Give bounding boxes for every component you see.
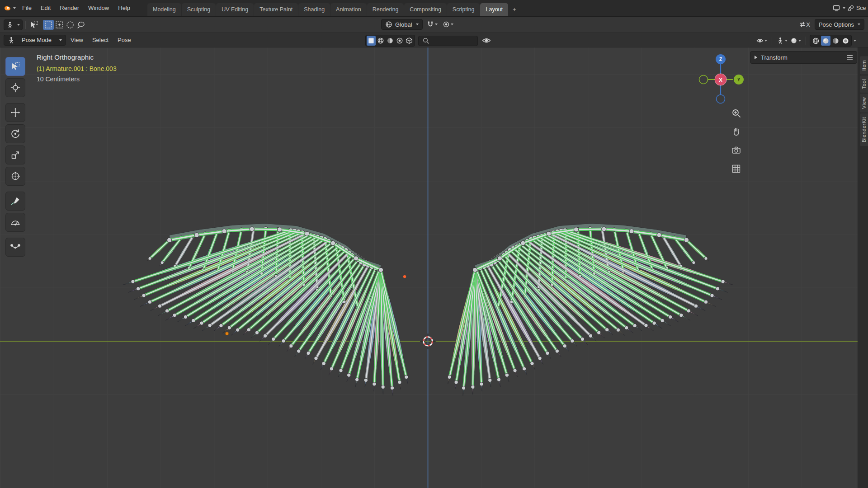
side-tab-item[interactable]: Item bbox=[860, 56, 868, 75]
menu-edit[interactable]: Edit bbox=[36, 0, 55, 16]
menu-file[interactable]: File bbox=[18, 0, 36, 16]
workspace-tab-scripting[interactable]: Scripting bbox=[447, 3, 480, 16]
menu-window[interactable]: Window bbox=[84, 0, 113, 16]
zoom-icon[interactable] bbox=[731, 108, 741, 118]
side-tab-blenderkit[interactable]: BlenderKit bbox=[860, 113, 868, 146]
toolbar bbox=[5, 57, 25, 259]
viewport-menu-select[interactable]: Select bbox=[88, 33, 113, 47]
active-tool-icon[interactable] bbox=[28, 19, 39, 31]
workspace-tab-compositing[interactable]: Compositing bbox=[404, 3, 446, 16]
workspace-tab-animation[interactable]: Animation bbox=[330, 3, 367, 16]
search-box[interactable] bbox=[418, 36, 478, 46]
tool-transform[interactable] bbox=[5, 167, 25, 186]
select-mode-circle-button[interactable] bbox=[65, 20, 75, 30]
sphere-dot-icon[interactable] bbox=[395, 36, 404, 46]
workspace-tab-rendering[interactable]: Rendering bbox=[367, 3, 404, 16]
viewport-menus: ViewSelectPose bbox=[66, 33, 136, 47]
side-tab-view[interactable]: View bbox=[860, 94, 868, 113]
filter-square-icon[interactable] bbox=[367, 36, 376, 46]
separator bbox=[772, 37, 772, 45]
hamburger-icon[interactable] bbox=[847, 55, 853, 60]
editor-type-selector[interactable] bbox=[4, 19, 23, 30]
chevron-down-icon bbox=[13, 7, 16, 9]
workspace-tab-layout[interactable]: Layout bbox=[480, 3, 508, 16]
pose-options-label: Pose Options bbox=[819, 21, 854, 28]
select-mode-tweak-button[interactable] bbox=[43, 20, 54, 30]
side-tab-tool[interactable]: Tool bbox=[860, 75, 868, 93]
chevron-down-icon bbox=[843, 7, 845, 9]
hand-icon[interactable] bbox=[731, 126, 741, 137]
shading-rendered-button[interactable] bbox=[841, 36, 850, 46]
blender-window: FileEditRenderWindowHelp ModelingSculpti… bbox=[0, 0, 868, 488]
eye-icon[interactable] bbox=[481, 36, 492, 46]
mode-dropdown[interactable]: Pose Mode bbox=[4, 35, 66, 46]
tool-move[interactable] bbox=[5, 103, 25, 122]
sphere-solid-icon bbox=[790, 37, 797, 44]
add-workspace-button[interactable]: + bbox=[509, 3, 520, 16]
sidebar-tabs: ItemToolViewBlenderKit bbox=[860, 56, 868, 149]
tool-tweak-select[interactable] bbox=[5, 57, 25, 76]
main-menu-bar: FileEditRenderWindowHelp bbox=[18, 0, 135, 16]
workspace-tab-modeling[interactable]: Modeling bbox=[147, 3, 181, 16]
tool-scale[interactable] bbox=[5, 145, 25, 164]
gizmo-visibility-dropdown[interactable] bbox=[755, 36, 768, 46]
sphere-half-icon[interactable] bbox=[386, 36, 395, 46]
proportional-circle-icon bbox=[443, 21, 450, 28]
menu-render[interactable]: Render bbox=[55, 0, 84, 16]
search-icon bbox=[422, 37, 429, 44]
gizmo-axis-label: Y bbox=[737, 77, 741, 82]
sphere-wire-icon[interactable] bbox=[376, 36, 385, 46]
viewport-menu-view[interactable]: View bbox=[66, 33, 88, 47]
tool-rotate[interactable] bbox=[5, 124, 25, 143]
viewport-header-right bbox=[755, 35, 856, 47]
snapping-dropdown[interactable] bbox=[426, 19, 439, 29]
display-icon[interactable] bbox=[833, 5, 840, 12]
orientation-dropdown[interactable]: Global bbox=[381, 19, 423, 30]
cube-icon[interactable] bbox=[405, 36, 414, 46]
viewport-menu-pose[interactable]: Pose bbox=[113, 33, 136, 47]
workspace-tab-texture-paint[interactable]: Texture Paint bbox=[254, 3, 298, 16]
shading-solid-button[interactable] bbox=[821, 36, 830, 46]
armature-person-icon bbox=[777, 37, 784, 44]
mirror-axis-label: X bbox=[806, 21, 810, 28]
select-mode-box-button[interactable] bbox=[54, 20, 65, 30]
search-input[interactable] bbox=[432, 38, 472, 44]
scene-icon[interactable] bbox=[847, 5, 854, 12]
gizmo-axis-label: Z bbox=[719, 57, 722, 62]
pose-flip-toggle[interactable]: X bbox=[798, 19, 811, 29]
select-mode-lasso-button[interactable] bbox=[75, 20, 86, 30]
menu-help[interactable]: Help bbox=[113, 0, 135, 16]
orientation-globe-icon bbox=[385, 21, 392, 28]
scene-name[interactable]: Sce bbox=[856, 5, 868, 11]
transform-panel-header[interactable]: Transform bbox=[750, 51, 857, 64]
gizmo-axis-label: X bbox=[719, 77, 722, 83]
blender-logo-icon bbox=[4, 5, 11, 12]
tool-cursor-3d[interactable] bbox=[5, 78, 25, 97]
tool-annotate[interactable] bbox=[5, 192, 25, 211]
shading-wireframe-button[interactable] bbox=[811, 36, 821, 46]
xray-dropdown[interactable] bbox=[789, 36, 802, 46]
tool-pose-breakdowner[interactable] bbox=[5, 238, 25, 257]
grid-icon[interactable] bbox=[731, 163, 741, 174]
gizmo-axis-y-negative[interactable] bbox=[699, 75, 708, 84]
overlays-dropdown[interactable] bbox=[776, 36, 788, 46]
navigation-gizmo[interactable]: ZYX bbox=[691, 50, 750, 109]
workspace-tab-shading[interactable]: Shading bbox=[298, 3, 330, 16]
camera-icon[interactable] bbox=[731, 145, 741, 155]
shading-material-button[interactable] bbox=[831, 36, 840, 46]
magnet-icon bbox=[427, 21, 434, 28]
workspace-tab-sculpting[interactable]: Sculpting bbox=[182, 3, 216, 16]
gizmo-axis-z-negative[interactable] bbox=[717, 95, 725, 103]
topbar-right: Sce bbox=[833, 5, 868, 12]
tool-settings-left bbox=[4, 19, 86, 31]
selectability-filter-group bbox=[365, 35, 415, 47]
workspace-tab-uv-editing[interactable]: UV Editing bbox=[216, 3, 254, 16]
proportional-editing-dropdown[interactable] bbox=[442, 19, 454, 29]
workspace-tabs: ModelingSculptingUV EditingTexture Paint… bbox=[147, 0, 520, 16]
pose-options-dropdown[interactable]: Pose Options bbox=[815, 19, 864, 30]
tool-settings-bar: Global X Pose Options bbox=[0, 17, 868, 33]
sidebar-tab-strip: ItemToolViewBlenderKit bbox=[858, 47, 868, 488]
tool-measure[interactable] bbox=[5, 213, 25, 232]
orientation-label: Global bbox=[395, 21, 412, 28]
blender-menu-button[interactable] bbox=[0, 5, 18, 12]
